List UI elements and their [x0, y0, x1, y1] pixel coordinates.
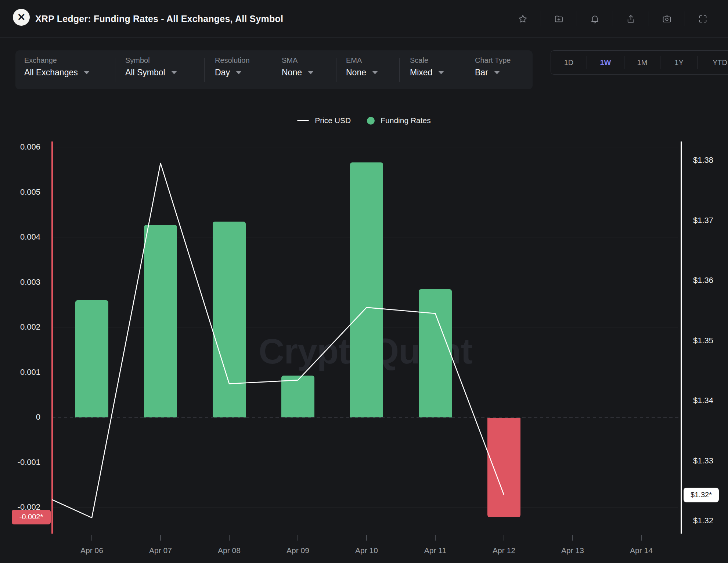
left-price-axis-line	[51, 141, 53, 534]
right-axis-tick-label: $1.32	[693, 516, 713, 526]
funding-rate-bar[interactable]	[213, 222, 246, 417]
right-axis-tick-label: $1.33	[693, 456, 713, 466]
h-gridline	[52, 147, 678, 147]
zero-dashed-line	[52, 417, 680, 417]
x-axis-baseline	[52, 535, 684, 535]
right-axis-tick-label: $1.34	[693, 396, 713, 405]
left-axis-tick-label: 0.004	[4, 232, 40, 242]
funding-rate-bar[interactable]	[281, 376, 314, 417]
x-axis-tick	[641, 535, 642, 541]
funding-rate-bar[interactable]	[75, 300, 108, 418]
h-gridline	[52, 507, 678, 508]
x-axis-tick	[435, 535, 436, 541]
h-gridline	[52, 462, 678, 462]
left-axis-tick-label: 0	[4, 412, 40, 422]
funding-rate-bar[interactable]	[350, 162, 383, 417]
x-axis-tick	[298, 535, 298, 541]
x-axis-tick	[572, 535, 573, 541]
right-price-axis-line	[681, 141, 682, 534]
x-axis-date-label: Apr 12	[478, 546, 530, 555]
funding-rate-bar-negative[interactable]	[487, 418, 520, 517]
funding-rate-bar[interactable]	[144, 225, 177, 417]
left-axis-tick-label: 0.002	[4, 322, 40, 332]
x-axis-tick	[229, 535, 230, 541]
x-axis-tick	[366, 535, 367, 541]
x-axis-date-label: Apr 11	[410, 546, 461, 555]
funding-rate-bar[interactable]	[419, 289, 452, 417]
left-axis-tick-label: -0.001	[4, 458, 40, 467]
x-axis-date-label: Apr 08	[203, 546, 255, 555]
chart-plot-area: CryptoQuant 0.0060.0050.0040.0030.0020.0…	[0, 0, 728, 563]
left-axis-tick-label: 0.001	[4, 367, 40, 377]
x-axis-date-label: Apr 06	[66, 546, 118, 555]
x-axis-date-label: Apr 09	[272, 546, 324, 555]
right-axis-tick-label: $1.36	[693, 276, 713, 285]
x-axis-date-label: Apr 10	[341, 546, 392, 555]
x-axis-tick	[504, 535, 504, 541]
x-axis-date-label: Apr 14	[616, 546, 667, 555]
x-axis-tick	[160, 535, 161, 541]
right-current-value-badge: $1.32*	[684, 488, 719, 502]
right-axis-tick-label: $1.37	[693, 216, 713, 225]
left-axis-tick-label: 0.003	[4, 277, 40, 287]
left-axis-tick-label: 0.005	[4, 187, 40, 197]
x-axis-tick	[91, 535, 92, 541]
right-axis-tick-label: $1.35	[693, 336, 713, 345]
x-axis-date-label: Apr 07	[135, 546, 186, 555]
left-axis-tick-label: 0.006	[4, 142, 40, 152]
right-axis-tick-label: $1.38	[693, 155, 713, 165]
left-current-value-badge: -0.002*	[12, 510, 51, 524]
x-axis-date-label: Apr 13	[547, 546, 598, 555]
